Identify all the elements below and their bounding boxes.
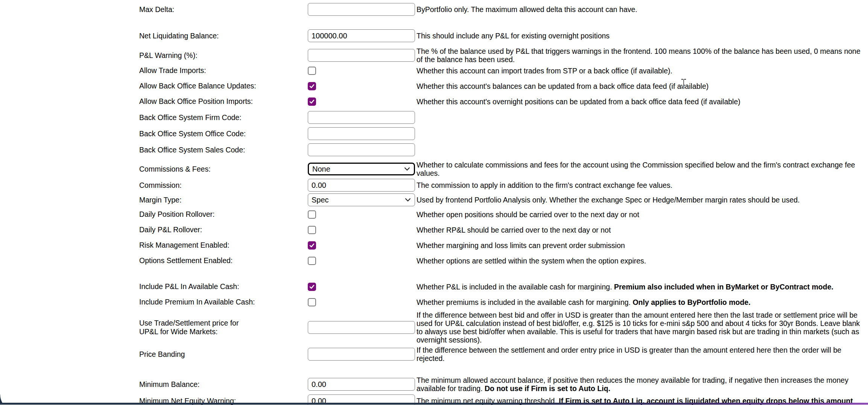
- field-label-text: Daily Position Rollover:: [139, 210, 215, 218]
- field-label-pl-warning-percent: P&L Warning (%):: [139, 51, 305, 60]
- field-control-cell: [308, 321, 417, 334]
- field-label-text: Back Office System Sales Code:: [139, 146, 245, 154]
- form-row-include-premium-in-available-cash: Include Premium In Available Cash:Whethe…: [139, 298, 864, 306]
- include-pl-in-available-cash-checkbox[interactable]: [308, 283, 316, 291]
- field-control-cell: [308, 257, 417, 265]
- max-delta-input[interactable]: [308, 3, 415, 16]
- field-label-text: Max Delta:: [139, 5, 174, 14]
- description-text: Whether P&L is included in the available…: [417, 283, 614, 291]
- field-control-cell: [308, 143, 417, 156]
- field-description-minimum-balance: The minimum allowed account balance, if …: [417, 376, 864, 393]
- field-description-options-settlement-enabled: Whether options are settled within the s…: [417, 257, 864, 265]
- allow-back-office-position-imports-checkbox[interactable]: [308, 97, 316, 106]
- field-control-cell: [308, 348, 417, 361]
- description-text: Whether this account can import trades f…: [417, 67, 672, 75]
- field-label-allow-back-office-position-imports: Allow Back Office Position Imports:: [139, 97, 305, 106]
- field-description-include-premium-in-available-cash: Whether premiums is included in the avai…: [417, 298, 864, 306]
- commissions-and-fees-select[interactable]: None: [308, 163, 415, 175]
- chevron-down-icon: [404, 167, 410, 171]
- field-label-text: Back Office System Firm Code:: [139, 113, 242, 122]
- include-premium-in-available-cash-checkbox[interactable]: [308, 298, 316, 306]
- form-row-options-settlement-enabled: Options Settlement Enabled:Whether optio…: [139, 256, 864, 265]
- field-control-cell: [308, 378, 417, 391]
- description-text: Whether this account's overnight positio…: [417, 97, 740, 106]
- selected-option-label: None: [312, 165, 330, 174]
- field-label-text: Use Trade/Settlement price for: [139, 319, 239, 327]
- field-description-pl-warning-percent: The % of the balance used by P&L that tr…: [417, 47, 864, 64]
- form-row-risk-management-enabled: Risk Management Enabled:Whether marginin…: [139, 241, 864, 250]
- field-control-cell: [308, 179, 417, 192]
- field-label-allow-back-office-balance-updates: Allow Back Office Balance Updates:: [139, 82, 305, 90]
- use-trade-settlement-price-wide-markets-input[interactable]: [308, 321, 415, 334]
- commission-input[interactable]: [308, 179, 415, 192]
- form-row-max-delta: Max Delta:ByPortfolio only. The maximum …: [139, 3, 864, 16]
- field-control-cell: [308, 111, 417, 124]
- field-description-daily-position-rollover: Whether open positions should be carried…: [417, 210, 864, 219]
- back-office-system-sales-code-input[interactable]: [308, 143, 415, 156]
- description-text: The minimum allowed account balance, if …: [417, 376, 848, 393]
- field-label-commission: Commission:: [139, 181, 305, 190]
- window-edge-bar: [0, 403, 868, 405]
- field-control-cell: [308, 97, 417, 106]
- description-text: The % of the balance used by P&L that tr…: [417, 47, 860, 64]
- field-label-text: Allow Back Office Balance Updates:: [139, 82, 256, 90]
- field-label-include-premium-in-available-cash: Include Premium In Available Cash:: [139, 298, 305, 306]
- field-control-cell: [308, 127, 417, 140]
- form-row-back-office-system-office-code: Back Office System Office Code:: [139, 127, 864, 140]
- field-control-cell: [308, 67, 417, 75]
- form-row-allow-back-office-position-imports: Allow Back Office Position Imports:Wheth…: [139, 97, 864, 106]
- field-label-net-liquidating-balance: Net Liquidating Balance:: [139, 32, 305, 40]
- daily-position-rollover-checkbox[interactable]: [308, 210, 316, 219]
- form-row-back-office-system-sales-code: Back Office System Sales Code:: [139, 143, 864, 156]
- net-liquidating-balance-input[interactable]: [308, 29, 415, 42]
- field-label-text: Margin Type:: [139, 196, 181, 204]
- field-label-text: P&L Warning (%):: [139, 51, 198, 59]
- field-control-cell: [308, 3, 417, 16]
- description-text: Whether premiums is included in the avai…: [417, 298, 632, 306]
- field-label-text: Allow Back Office Position Imports:: [139, 97, 253, 105]
- field-control-cell: [308, 49, 417, 62]
- pl-warning-percent-input[interactable]: [308, 49, 415, 62]
- field-label-price-banding: Price Banding: [139, 350, 305, 359]
- form-row-commissions-and-fees: Commissions & Fees:NoneWhether to calcul…: [139, 161, 864, 177]
- form-row-minimum-balance: Minimum Balance:The minimum allowed acco…: [139, 376, 864, 393]
- form-row-allow-trade-imports: Allow Trade Imports:Whether this account…: [139, 66, 864, 75]
- description-text: Whether this account's balances can be u…: [417, 82, 708, 90]
- checkmark-icon: [309, 242, 315, 248]
- back-office-system-firm-code-input[interactable]: [308, 111, 415, 124]
- field-description-allow-back-office-position-imports: Whether this account's overnight positio…: [417, 97, 864, 106]
- field-label-text: Minimum Balance:: [139, 380, 199, 388]
- description-text: ByPortfolio only. The maximum allowed de…: [417, 5, 637, 14]
- daily-pl-rollover-checkbox[interactable]: [308, 226, 316, 234]
- field-label-text: Price Banding: [139, 350, 185, 358]
- allow-back-office-balance-updates-checkbox[interactable]: [308, 82, 316, 90]
- risk-management-enabled-checkbox[interactable]: [308, 241, 316, 250]
- field-label-text: Back Office System Office Code:: [139, 129, 246, 138]
- field-label-text: Commissions & Fees:: [139, 165, 211, 173]
- margin-type-select[interactable]: Spec: [308, 193, 415, 206]
- form-row-use-trade-settlement-price-wide-markets: Use Trade/Settlement price forUP&L for W…: [139, 311, 864, 344]
- field-label-back-office-system-sales-code: Back Office System Sales Code:: [139, 146, 305, 154]
- field-label-text: Include P&L In Available Cash:: [139, 282, 239, 291]
- field-description-net-liquidating-balance: This should include any P&L for existing…: [417, 32, 864, 40]
- field-label-include-pl-in-available-cash: Include P&L In Available Cash:: [139, 282, 305, 291]
- back-office-system-office-code-input[interactable]: [308, 127, 415, 140]
- price-banding-input[interactable]: [308, 348, 415, 361]
- field-label-risk-management-enabled: Risk Management Enabled:: [139, 241, 305, 250]
- allow-trade-imports-checkbox[interactable]: [308, 67, 316, 75]
- field-label-text: Options Settlement Enabled:: [139, 256, 233, 265]
- field-control-cell: [308, 29, 417, 42]
- account-settings-form: Max Delta:ByPortfolio only. The maximum …: [0, 0, 868, 405]
- field-description-daily-pl-rollover: Whether RP&L should be carried over to t…: [417, 226, 864, 234]
- minimum-balance-input[interactable]: [308, 378, 415, 391]
- field-label-commissions-and-fees: Commissions & Fees:: [139, 165, 305, 174]
- chevron-down-icon: [405, 198, 411, 202]
- field-label-allow-trade-imports: Allow Trade Imports:: [139, 66, 305, 75]
- checkmark-icon: [309, 284, 315, 290]
- field-control-cell: None: [308, 163, 417, 175]
- field-control-cell: [308, 283, 417, 291]
- options-settlement-enabled-checkbox[interactable]: [308, 257, 316, 265]
- selected-option-label: Spec: [312, 196, 329, 204]
- field-label-text-line2: UP&L for Wide Markets:: [139, 327, 217, 336]
- form-row-commission: Commission:The commission to apply in ad…: [139, 179, 864, 192]
